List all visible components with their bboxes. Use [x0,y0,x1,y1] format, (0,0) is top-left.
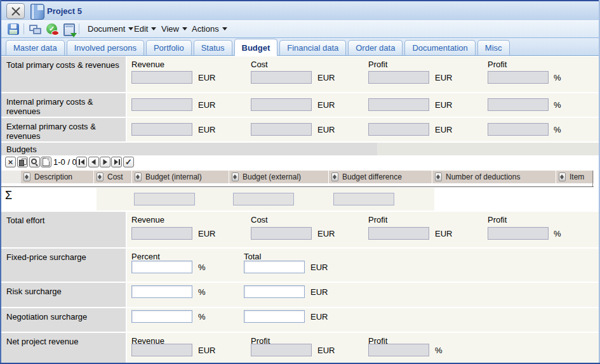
previous-page-icon[interactable] [88,157,99,167]
close-button[interactable] [6,3,25,19]
window-title: Project 5 [47,6,82,16]
tab-misc[interactable]: Misc [477,40,510,55]
row-external-primary: External primary costs & revenues EUR EU… [1,118,599,141]
menu-label: Document [88,24,125,34]
effort-cost-field [251,227,312,240]
chevron-down-icon [222,27,227,30]
col-label-cost: Cost [251,215,268,224]
col-label-total: Total [244,252,261,261]
menu-actions[interactable]: Actions [192,24,227,34]
sort-icon[interactable] [435,172,442,181]
sort-icon[interactable] [135,172,142,181]
effort-revenue-field [131,227,192,240]
risk-percent-input[interactable] [131,285,192,298]
external-profit-percent-field [488,123,549,136]
negotiation-total-input[interactable] [244,310,305,323]
sum-budget-external-field [233,193,294,205]
copy-row-icon[interactable] [17,157,28,167]
column-header-description[interactable]: Description [21,171,93,183]
chevron-down-icon [128,27,133,30]
unit-label: EUR [198,346,215,355]
tab-documentation[interactable]: Documentation [404,40,475,55]
column-header-number-of-deductions[interactable]: Number of deductions [432,171,556,183]
sort-icon[interactable] [97,172,103,181]
save-icon[interactable] [8,23,19,35]
net-profit-field [251,344,312,356]
sort-icon[interactable] [559,172,566,181]
risk-total-input[interactable] [244,285,305,298]
unit-label: EUR [198,125,215,134]
calc-arrow [70,33,77,37]
new-row-icon[interactable] [41,157,51,167]
sum-symbol: Σ [5,189,12,202]
unit-label: EUR [198,229,215,238]
sum-budget-difference-field [333,193,394,205]
row-label: Negotiation surcharge [1,308,126,332]
section-title: Budgets [6,145,37,154]
copy-icon[interactable] [29,24,41,35]
column-header-cost[interactable]: Cost [94,171,131,183]
unit-label: EUR [317,346,335,355]
chevron-down-icon [182,27,187,30]
delete-icon[interactable]: × [5,157,16,167]
row-internal-primary: Internal primary costs & revenues EUR EU… [1,93,599,117]
column-label: Budget (internal) [145,172,202,181]
tab-master-data[interactable]: Master data [6,40,65,55]
internal-cost-field [251,98,312,111]
approve-icon[interactable]: ✓ [46,23,57,34]
unit-label: EUR [310,287,328,297]
tab-status[interactable]: Status [194,40,232,55]
net-revenue-field [131,344,192,356]
last-page-icon[interactable] [111,157,122,167]
fixed-price-total-input[interactable] [244,261,305,273]
sheets-shape [19,159,27,166]
menu-edit[interactable]: Edit [134,24,156,34]
tab-order-data[interactable]: Order data [348,40,403,55]
fixed-price-percent-input[interactable] [131,261,192,273]
next-page-icon[interactable] [100,157,110,167]
budgets-table-header: Description Cost Budget (internal) Budge… [1,171,599,183]
tab-involved-persons[interactable]: Involved persons [67,40,144,55]
tab-financial-data[interactable]: Financial data [279,40,346,55]
confirm-icon[interactable]: ✓ [123,157,134,167]
tab-portfolio[interactable]: Portfolio [146,40,192,55]
first-page-icon[interactable] [76,157,87,167]
document-icon [30,4,44,20]
unit-label: EUR [198,73,215,82]
row-label: Net project revenue [1,333,126,363]
column-header-item[interactable]: Item [556,171,594,183]
toolbar-separator [23,23,24,34]
row-label: Risk surcharge [1,283,126,307]
col-label-cost: Cost [251,60,268,69]
calculator-icon[interactable] [63,23,75,36]
unit-label: EUR [198,100,215,110]
unit-label: EUR [317,73,335,82]
menu-label: Actions [192,24,219,34]
row-label: Total primary costs & revenues [1,56,126,92]
external-revenue-field [131,123,192,136]
search-icon[interactable] [29,157,40,167]
negotiation-percent-input[interactable] [131,310,192,323]
sort-icon[interactable] [23,172,30,181]
unit-label: EUR [310,263,328,272]
row-total-primary: Total primary costs & revenues Revenue C… [1,56,599,92]
total-profit-percent-field [488,71,549,84]
red-dot [51,30,59,36]
menu-view[interactable]: View [161,24,187,34]
table-header-gutter [1,171,21,183]
sort-icon[interactable] [232,172,239,181]
unit-label: EUR [435,73,452,82]
table-bottom-border [1,186,594,187]
menu-document[interactable]: Document [88,24,133,34]
row-label: External primary costs & revenues [1,118,126,141]
column-header-budget-internal[interactable]: Budget (internal) [132,171,229,183]
column-header-budget-difference[interactable]: Budget difference [329,171,432,183]
sort-icon[interactable] [331,172,338,181]
row-net-project-revenue: Net project revenue Revenue Profit Profi… [1,333,599,363]
menu-label: View [161,24,179,34]
row-negotiation-surcharge: Negotiation surcharge % EUR [1,308,599,332]
net-profit-percent-field [368,344,429,356]
column-header-budget-external[interactable]: Budget (external) [229,171,328,183]
column-label: Budget difference [342,172,402,181]
tab-budget[interactable]: Budget [234,39,278,56]
